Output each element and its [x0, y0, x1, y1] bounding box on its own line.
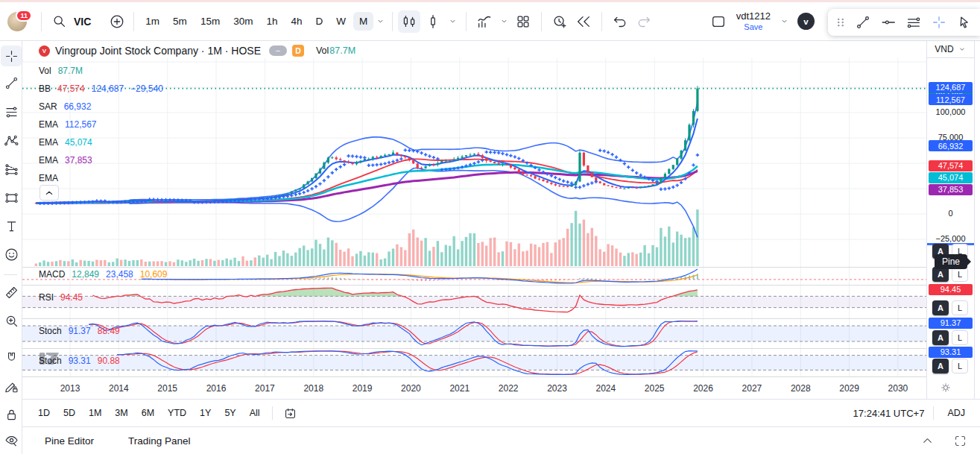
- drag-handle-icon: [832, 14, 849, 31]
- fullscreen-button[interactable]: [949, 429, 971, 452]
- bar-replay-button[interactable]: [572, 10, 595, 33]
- market-status-pill[interactable]: −: [269, 45, 287, 56]
- pane-legend-stoch2[interactable]: Stoch93.3190.88: [39, 356, 120, 366]
- layout-menu-button[interactable]: [777, 10, 791, 33]
- sidebar-tool-magnet[interactable]: [1, 347, 22, 368]
- sidebar-tool-eye-hide[interactable]: [1, 429, 22, 450]
- log-scale-button[interactable]: L: [952, 267, 968, 282]
- price-badge-112,567: 112,567: [929, 94, 973, 105]
- sidebar-tool-rectangle[interactable]: [1, 187, 22, 208]
- timeframe-5m[interactable]: 5m: [167, 12, 193, 31]
- legend-row-ema[interactable]: EMA: [39, 169, 163, 187]
- adjust-data-toggle[interactable]: ADJ: [943, 405, 970, 421]
- sidebar-tool-lock-all[interactable]: [1, 404, 22, 425]
- legend-row-ema[interactable]: EMA112,567: [39, 116, 163, 133]
- sidebar-tool-crosshair[interactable]: [1, 45, 22, 66]
- scale-settings-gear[interactable]: [939, 381, 952, 394]
- timeframe-1m[interactable]: 1m: [139, 12, 165, 31]
- sidebar-tool-trend-line[interactable]: [1, 72, 22, 93]
- year-label-2027: 2027: [742, 383, 762, 394]
- currency-selector[interactable]: VND: [927, 41, 974, 58]
- app-logo[interactable]: 11: [7, 11, 30, 32]
- sidebar-tool-ruler[interactable]: [1, 282, 22, 303]
- range-5D[interactable]: 5D: [58, 405, 80, 421]
- price-scale[interactable]: VND 100,00075,0000−25,00022d 22h124,6871…: [926, 41, 974, 399]
- float-trend-line-button[interactable]: [852, 11, 874, 34]
- auto-scale-button[interactable]: A: [932, 300, 949, 315]
- timeframe-15m[interactable]: 15m: [195, 12, 226, 31]
- toolbar-separator: [392, 12, 393, 31]
- clock[interactable]: 17:24:41 UTC+7: [853, 408, 925, 419]
- candles-button[interactable]: [398, 10, 420, 33]
- alert-plus-button[interactable]: [549, 10, 571, 33]
- float-cursor-button[interactable]: [953, 11, 976, 34]
- status-item-pine-editor[interactable]: Pine Editor: [45, 435, 94, 447]
- collapse-legend-button[interactable]: [39, 185, 59, 201]
- go-to-date-button[interactable]: [279, 402, 302, 424]
- log-scale-button[interactable]: L: [952, 359, 968, 373]
- chart-title[interactable]: Vingroup Joint Stock Company · 1M · HOSE: [55, 45, 261, 57]
- range-YTD[interactable]: YTD: [162, 405, 192, 421]
- timeframe-1h[interactable]: 1h: [260, 12, 283, 31]
- style-menu-chevron[interactable]: [497, 10, 510, 33]
- legend-row-ema[interactable]: EMA45,074: [39, 133, 163, 151]
- auto-scale-button[interactable]: A: [932, 359, 949, 373]
- range-All[interactable]: All: [244, 405, 265, 421]
- candle-style-button[interactable]: [422, 10, 444, 33]
- log-scale-button[interactable]: L: [952, 300, 968, 315]
- toolbar-separator: [933, 406, 934, 420]
- save-button[interactable]: Save: [744, 22, 762, 32]
- status-item-trading-panel[interactable]: Trading Panel: [128, 435, 191, 447]
- undo-button[interactable]: [609, 10, 631, 33]
- sidebar-tool-xabcd-pattern[interactable]: [1, 130, 22, 151]
- float-parallel-channel-button[interactable]: [902, 11, 925, 34]
- timeframe-D[interactable]: D: [309, 12, 329, 31]
- layout-name-block[interactable]: vdt1212 Save: [736, 11, 771, 32]
- chevron-down-icon: [780, 16, 789, 26]
- layout-select-button[interactable]: [707, 10, 730, 33]
- legend-row-bb[interactable]: BB47,574124,687−29,540: [39, 80, 163, 98]
- range-1M[interactable]: 1M: [83, 405, 107, 421]
- timeframe-menu-button[interactable]: [373, 10, 387, 33]
- pane-legend-rsi[interactable]: RSI94.45: [39, 292, 83, 303]
- user-avatar[interactable]: v: [797, 13, 815, 30]
- sidebar-tool-emoji[interactable]: [1, 244, 22, 265]
- log-scale-button[interactable]: L: [952, 330, 968, 345]
- float-drag-handle-button[interactable]: [832, 11, 849, 34]
- legend-row-ema[interactable]: EMA37,853: [39, 151, 163, 169]
- layout-grid-button[interactable]: [512, 10, 534, 33]
- range-6M[interactable]: 6M: [136, 405, 159, 421]
- float-crosshair-button[interactable]: [928, 11, 950, 34]
- sidebar-tool-pencil-lock[interactable]: [1, 376, 22, 397]
- timeframe-4h[interactable]: 4h: [285, 12, 308, 31]
- symbol-search-button[interactable]: VIC: [51, 13, 91, 30]
- sidebar-tool-text[interactable]: [1, 215, 22, 236]
- style-menu-chevron[interactable]: [446, 10, 459, 33]
- dividend-adjust-badge[interactable]: D: [292, 45, 304, 57]
- timeframe-W[interactable]: W: [330, 12, 352, 31]
- timeframe-30m[interactable]: 30m: [227, 12, 259, 31]
- pane-legend-macd[interactable]: MACD12,84923,45810,609: [39, 269, 167, 280]
- pane-badge-91.37: 91.37: [929, 318, 973, 329]
- range-1D[interactable]: 1D: [33, 405, 55, 421]
- redo-button[interactable]: [633, 10, 655, 33]
- collapse-panel-button[interactable]: [916, 429, 938, 452]
- timeframe-M[interactable]: M: [353, 12, 373, 31]
- sidebar-tool-zoom-in[interactable]: [1, 310, 22, 331]
- pine-tooltip-text: Pine: [942, 256, 960, 267]
- indicators-button[interactable]: [473, 10, 496, 33]
- legend-row-sar[interactable]: SAR66,932: [39, 98, 163, 116]
- compare-add-symbol-button[interactable]: [106, 10, 128, 33]
- auto-scale-button[interactable]: A: [932, 330, 949, 345]
- range-1Y[interactable]: 1Y: [195, 405, 216, 421]
- float-horizontal-line-button[interactable]: [877, 11, 900, 34]
- legend-row-vol[interactable]: Vol87.7M: [39, 62, 163, 80]
- sidebar-tool-forecast[interactable]: [1, 159, 22, 180]
- auto-scale-button[interactable]: A: [932, 267, 949, 282]
- range-5Y[interactable]: 5Y: [219, 405, 241, 421]
- pane-legend-stoch1[interactable]: Stoch91.3788.49: [39, 326, 120, 336]
- header-volume[interactable]: Vol 87.7M: [316, 45, 355, 56]
- time-axis[interactable]: 2013201420152016201720182019202020212022…: [22, 376, 926, 399]
- range-3M[interactable]: 3M: [110, 405, 133, 421]
- sidebar-tool-fib-retracement[interactable]: [1, 101, 22, 122]
